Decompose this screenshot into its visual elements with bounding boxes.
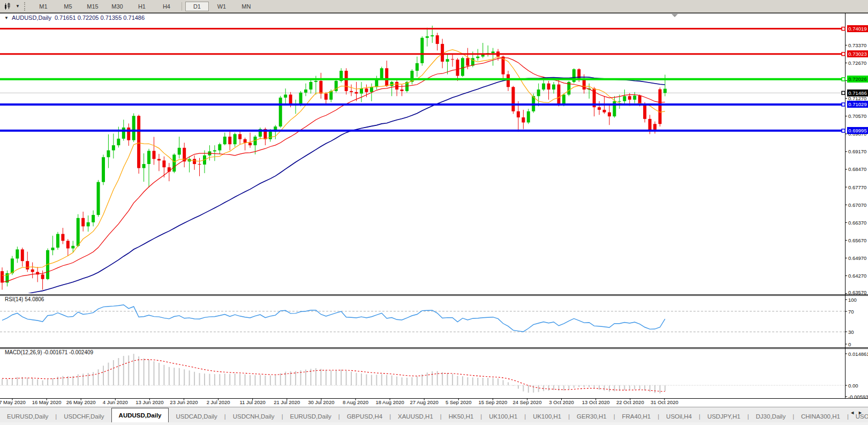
collapse-triangle-icon[interactable]: ▼ [4, 16, 9, 20]
price-line-label: 0.71029 [847, 101, 868, 108]
timeframe-button-m5[interactable]: M5 [56, 2, 80, 11]
rsi-axis-label: 30 [848, 329, 854, 335]
rsi-axis-label: 70 [848, 309, 854, 315]
date-tick-label: 13 Jun 2020 [135, 399, 163, 405]
price-tick-label: 0.64270 [848, 273, 866, 279]
date-tick-label: 23 Jun 2020 [170, 399, 198, 405]
ohlc-values: 0.71651 0.72205 0.71355 0.71486 [55, 14, 145, 21]
date-tick-label: 30 Jul 2020 [308, 399, 334, 405]
chart-title: ▼ AUDUSD,Daily 0.71651 0.72205 0.71355 0… [4, 14, 145, 21]
chart-type-dropdown-caret[interactable]: ▼ [16, 4, 20, 9]
date-tick-label: 31 Oct 2020 [651, 399, 678, 405]
symbol-period-label: AUDUSD,Daily [12, 14, 51, 21]
bottom-strip [0, 422, 868, 425]
chart-tab-china300-h1[interactable]: CHINA300,H1 [794, 410, 847, 423]
chart-tab-usdcad-daily[interactable]: USDCAD,Daily [169, 410, 224, 423]
macd-axis-label: 0.014861 [848, 351, 868, 357]
date-tick-label: 13 Oct 2020 [582, 399, 610, 405]
price-line-label: 0.69995 [847, 127, 868, 134]
date-tick-label: 16 May 2020 [32, 399, 62, 405]
tab-scroll-arrows[interactable]: ◄► [850, 410, 866, 415]
price-tick-label: 0.63570 [848, 289, 866, 295]
rsi-axis-label: 0 [848, 341, 851, 347]
timeframe-button-w1[interactable]: W1 [210, 2, 233, 11]
chart-tab-xauusd-h1[interactable]: XAUUSD,H1 [391, 410, 440, 423]
date-tick-label: 15 Sep 2020 [478, 399, 507, 405]
timeframe-button-h1[interactable]: H1 [130, 2, 154, 11]
price-tick-label: 0.69170 [848, 148, 866, 154]
chart-tab-eurusd-daily[interactable]: EURUSD,Daily [283, 410, 338, 423]
chart-tab-uk100-h1[interactable]: UK100,H1 [482, 410, 524, 423]
chart-tab-bar: EURUSD,Daily|USDCHF,DailyAUDUSD,DailyUSD… [0, 407, 868, 423]
rsi-axis-label: 100 [848, 297, 857, 303]
macd-indicator-label: MACD(12,26,9) -0.001671 -0.002409 [5, 349, 93, 355]
price-tick-label: 0.72670 [848, 60, 866, 66]
date-tick-label: 24 Sep 2020 [513, 399, 542, 405]
price-line-label: 0.72026 [847, 76, 868, 83]
date-tick-label: 11 Jul 2020 [239, 399, 265, 405]
toolbar-grip[interactable] [24, 2, 28, 11]
chart-tab-usdcnh-daily[interactable]: USDCNH,Daily [226, 410, 282, 423]
price-tick-label: 0.67070 [848, 202, 866, 208]
chart-tab-ger30-h1[interactable]: GER30,H1 [570, 410, 614, 423]
chart-canvas[interactable] [0, 0, 868, 425]
chart-tab-dj30-daily[interactable]: DJ30,Daily [749, 410, 793, 423]
timeframe-button-d1[interactable]: D1 [185, 2, 209, 11]
date-tick-label: 3 Oct 2020 [549, 399, 573, 405]
date-tick-label: 27 Aug 2020 [410, 399, 439, 405]
rsi-indicator-label: RSI(14) 54.0806 [5, 296, 44, 302]
date-tick-label: 8 Aug 2020 [343, 399, 368, 405]
timeframe-button-m30[interactable]: M30 [105, 2, 129, 11]
price-line-label: 0.74019 [847, 25, 868, 32]
date-tick-label: 18 Aug 2020 [375, 399, 404, 405]
date-tick-label: 26 May 2020 [66, 399, 96, 405]
date-tick-label: 5 Sep 2020 [446, 399, 472, 405]
price-tick-label: 0.64970 [848, 255, 866, 261]
price-tick-label: 0.67770 [848, 184, 866, 190]
price-tick-label: 0.66370 [848, 220, 866, 226]
timeframe-button-mn[interactable]: MN [235, 2, 258, 11]
macd-axis-label: -0.005938 [848, 394, 868, 400]
date-tick-label: 21 Jul 2020 [274, 399, 300, 405]
date-tick-label: 2 Jul 2020 [207, 399, 230, 405]
timeframe-toolbar: ▼ M1M5M15M30H1H4D1W1MN [0, 0, 868, 13]
timeframe-button-m1[interactable]: M1 [32, 2, 55, 11]
date-tick-label: 4 Jun 2020 [103, 399, 128, 405]
chart-tab-fra40-h1[interactable]: FRA40,H1 [615, 410, 658, 423]
chart-tab-usoil-h4[interactable]: USOil,H4 [659, 410, 699, 423]
timeframe-button-h4[interactable]: H4 [155, 2, 178, 11]
chart-tab-gbpusd-h4[interactable]: GBPUSD,H4 [340, 410, 389, 423]
chart-tab-usdjpy-h1[interactable]: USDJPY,H1 [700, 410, 748, 423]
price-tick-label: 0.73370 [848, 42, 866, 48]
chart-tab-uk100-h1[interactable]: UK100,H1 [526, 410, 568, 423]
price-line-label: 0.73023 [847, 50, 868, 57]
chart-tab-hk50-h1[interactable]: HK50,H1 [442, 410, 481, 423]
date-tick-label: 22 Oct 2020 [616, 399, 644, 405]
chart-tab-eurusd-daily[interactable]: EURUSD,Daily [0, 410, 55, 423]
trading-platform-window: { "toolbar": { "chart_type_icon": "candl… [0, 0, 868, 425]
price-tick-label: 0.65670 [848, 237, 866, 243]
chart-tab-audusd-daily[interactable]: AUDUSD,Daily [111, 408, 169, 423]
price-tick-label: 0.70570 [848, 113, 866, 119]
chart-type-icon[interactable] [2, 2, 14, 11]
date-tick-label: 7 May 2020 [0, 399, 26, 405]
price-tick-label: 0.68470 [848, 166, 866, 172]
macd-axis-label: 0.00 [848, 383, 858, 389]
timeframe-button-m15[interactable]: M15 [81, 2, 104, 11]
chart-tab-usdchf-daily[interactable]: USDCHF,Daily [57, 410, 111, 423]
price-line-label: 0.71486 [847, 90, 868, 96]
